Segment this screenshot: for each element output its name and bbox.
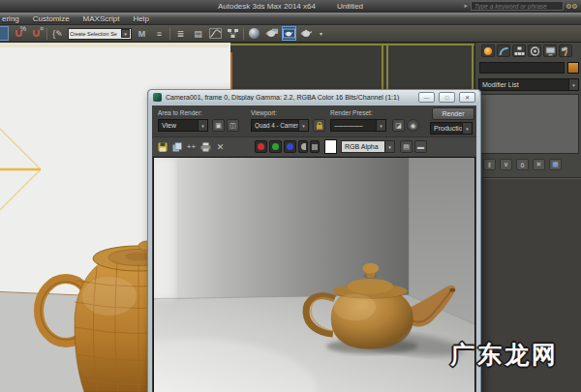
render-button[interactable]: Render: [432, 107, 474, 120]
select-region-icon[interactable]: [0, 26, 9, 41]
named-selection-set-dropdown[interactable]: Create Selection Se ▾: [68, 28, 132, 40]
toggle-ui-overlays-button[interactable]: ▤: [400, 140, 413, 153]
viewport-lock-button[interactable]: [313, 119, 325, 132]
maximize-button[interactable]: □: [439, 92, 455, 103]
print-image-icon[interactable]: [199, 140, 212, 153]
rendered-frame-window-icon[interactable]: [282, 26, 296, 41]
clear-icon[interactable]: ✕: [214, 140, 227, 153]
render-scene: [154, 158, 474, 392]
render-flyout-arrow-icon[interactable]: ▾: [317, 26, 325, 41]
rfw-titlebar[interactable]: Camera001, frame 0, Display Gamma: 2.2, …: [149, 90, 479, 105]
tab-motion-icon[interactable]: [528, 45, 541, 57]
titlebar: Autodesk 3ds Max 2014 x64 Untitled ▸: [0, 0, 581, 13]
save-image-icon[interactable]: [156, 140, 168, 153]
close-button[interactable]: ✕: [459, 92, 475, 103]
configure-modifier-sets-button[interactable]: ▦: [549, 159, 562, 170]
monochrome-button[interactable]: [310, 140, 320, 153]
edit-region-button[interactable]: ▣: [212, 119, 225, 132]
tab-utilities-icon[interactable]: [559, 45, 572, 57]
modifier-list-dropdown[interactable]: Modifier List ▾: [478, 78, 579, 91]
toggle-ui-button[interactable]: ▬: [414, 140, 427, 153]
render-preset-label: Render Preset:: [330, 109, 373, 116]
rfw-title: Camera001, frame 0, Display Gamma: 2.2, …: [166, 94, 414, 101]
tab-hierarchy-icon[interactable]: [512, 45, 526, 57]
green-channel-button[interactable]: [269, 140, 282, 153]
rendered-frame-window[interactable]: Camera001, frame 0, Display Gamma: 2.2, …: [147, 89, 481, 392]
spinner-snap-icon[interactable]: ≡: [29, 26, 44, 41]
minimize-button[interactable]: —: [418, 92, 435, 103]
menubar: ering Customize MAXScript Help: [0, 13, 581, 25]
tab-create-icon[interactable]: [481, 45, 495, 57]
blue-channel-button[interactable]: [284, 140, 296, 153]
percent-snap-icon[interactable]: %: [12, 26, 26, 41]
schematic-view-icon[interactable]: [226, 26, 240, 41]
show-end-result-button[interactable]: ∨: [500, 159, 512, 170]
area-to-render-label: Area to Render:: [158, 109, 202, 116]
tab-display-icon[interactable]: [543, 45, 557, 57]
binoculars-icon[interactable]: [566, 4, 577, 9]
object-name-field[interactable]: [479, 62, 565, 74]
copy-image-icon[interactable]: [170, 140, 183, 153]
alpha-channel-button[interactable]: [298, 140, 308, 153]
dropdown-arrow-icon[interactable]: ▾: [568, 79, 578, 90]
area-to-render-dropdown[interactable]: View▾: [158, 119, 208, 132]
environment-dialog-button[interactable]: ◉: [407, 119, 419, 132]
rfw-app-icon: [153, 93, 162, 102]
tab-modify-icon[interactable]: [497, 45, 510, 57]
pixel-color-swatch[interactable]: [324, 139, 337, 154]
dropdown-arrow-icon[interactable]: ▾: [121, 29, 130, 38]
menu-rendering[interactable]: ering: [2, 15, 19, 23]
3dsmax-window: Autodesk 3ds Max 2014 x64 Untitled ▸ eri…: [0, 0, 581, 392]
render-mode-dropdown[interactable]: Production▾: [430, 122, 473, 135]
viewport-border: [230, 44, 474, 45]
search-expand-icon[interactable]: ▸: [464, 2, 468, 10]
main-toolbar: % ≡ {✎ Create Selection Se ▾ M ≡ ≣ ▤ ▾: [0, 25, 581, 43]
render-image[interactable]: [153, 157, 475, 392]
app-title: Autodesk 3ds Max 2014 x64: [218, 2, 316, 11]
viewport-dropdown[interactable]: Quad 4 - Camera0▾: [251, 119, 309, 132]
watermark: 广东龙网: [450, 339, 559, 371]
material-editor-icon[interactable]: [247, 26, 261, 41]
render-production-icon[interactable]: [299, 26, 314, 41]
align-icon[interactable]: ≡: [152, 26, 167, 41]
render-setup-icon[interactable]: [264, 26, 279, 41]
red-channel-button[interactable]: [255, 140, 267, 153]
graphite-ribbon-icon[interactable]: ▤: [191, 26, 205, 41]
render-setup-dialog-button[interactable]: ◪: [392, 119, 405, 132]
channel-display-dropdown[interactable]: RGB Alpha▾: [341, 140, 395, 153]
manage-layers-icon[interactable]: ≣: [173, 26, 188, 41]
rfw-body: Area to Render: View▾ ▣ ◫ Viewport: Quad…: [152, 106, 476, 392]
menu-help[interactable]: Help: [133, 15, 148, 23]
edit-named-selection-sets-icon[interactable]: {✎: [50, 26, 65, 41]
viewport-label: Viewport:: [251, 109, 277, 116]
pin-stack-button[interactable]: ‖: [483, 159, 496, 170]
menu-maxscript[interactable]: MAXScript: [83, 15, 120, 23]
make-unique-button[interactable]: ö: [516, 159, 529, 170]
auto-region-button[interactable]: ◫: [227, 119, 239, 132]
render-preset-dropdown[interactable]: ----------------▾: [330, 119, 386, 132]
mirror-icon[interactable]: M: [135, 26, 149, 41]
object-color-swatch[interactable]: [567, 62, 579, 74]
rfw-toolbar2: ++ ✕ RGB Alpha▾ ▤ ▬: [152, 136, 476, 156]
modifier-stack-list[interactable]: [478, 94, 579, 154]
curve-editor-icon[interactable]: [208, 26, 223, 41]
remove-modifier-button[interactable]: ✕: [533, 159, 545, 170]
menu-customize[interactable]: Customize: [33, 15, 70, 23]
clone-rfw-icon[interactable]: ++: [185, 140, 198, 153]
document-title: Untitled: [337, 2, 363, 11]
search-input[interactable]: [471, 1, 564, 11]
